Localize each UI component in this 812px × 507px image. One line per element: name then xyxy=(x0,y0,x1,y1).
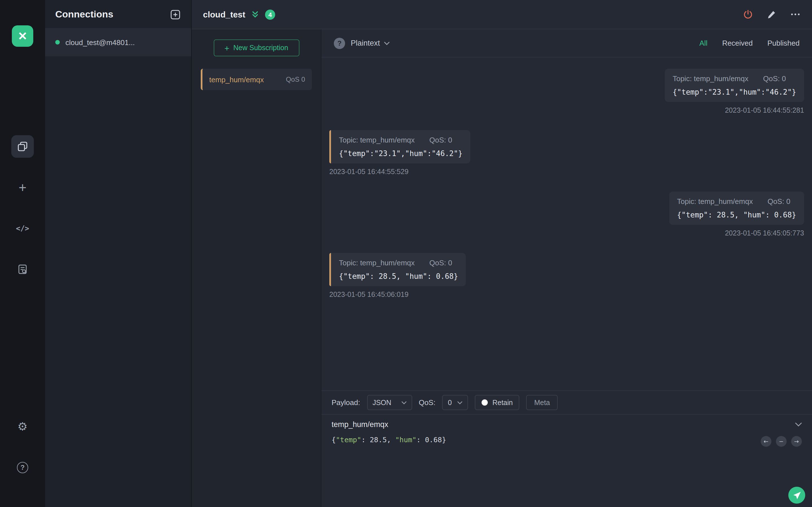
script-nav-button[interactable]: </> xyxy=(13,220,32,237)
payload-format-help-icon[interactable]: ? xyxy=(334,38,345,49)
connection-name: cloud_test@m4801... xyxy=(65,38,135,47)
connected-status-dot xyxy=(55,40,60,45)
qos-select[interactable]: 0 xyxy=(442,395,468,410)
more-options-button[interactable] xyxy=(790,9,801,20)
prev-message-button[interactable]: ← xyxy=(761,436,771,447)
message-payload: {"temp":"23.1","hum":"46.2"} xyxy=(673,88,796,96)
payload-format-value: JSON xyxy=(372,399,391,406)
connections-nav-button[interactable] xyxy=(11,135,34,158)
message-meta: Topic: temp_hum/emqx QoS: 0 xyxy=(339,259,458,267)
message-published: Topic: temp_hum/emqx QoS: 0 {"temp":"23.… xyxy=(329,69,804,114)
meta-button[interactable]: Meta xyxy=(526,395,558,410)
message-pager: ← − → xyxy=(761,436,802,447)
next-message-button[interactable]: → xyxy=(791,436,802,447)
power-icon xyxy=(743,10,753,19)
payload-token: { xyxy=(332,436,336,444)
filter-published[interactable]: Published xyxy=(767,39,800,47)
subscription-qos: QoS 0 xyxy=(286,75,305,83)
qos-label: QoS: xyxy=(419,398,435,407)
message-qos: QoS: 0 xyxy=(429,259,452,267)
filter-all[interactable]: All xyxy=(699,39,707,47)
code-icon: </> xyxy=(16,224,29,232)
connection-list-item[interactable]: cloud_test@m4801... xyxy=(45,28,191,56)
payload-token: "hum" xyxy=(395,436,416,444)
retain-toggle[interactable]: Retain xyxy=(475,395,519,410)
publish-panel: Payload: JSON QoS: 0 Retain Meta xyxy=(321,390,812,507)
plus-icon: + xyxy=(18,180,27,195)
connections-icon xyxy=(17,141,28,152)
message-format-select[interactable]: Plaintext xyxy=(351,39,390,47)
message-qos: QoS: 0 xyxy=(763,74,786,83)
message-payload: {"temp": 28.5, "hum": 0.68} xyxy=(339,272,458,281)
new-subscription-button[interactable]: + New Subscription xyxy=(213,40,299,56)
message-format-value: Plaintext xyxy=(351,39,380,47)
message-received: Topic: temp_hum/emqx QoS: 0 {"temp": 28.… xyxy=(329,253,804,298)
edit-connection-button[interactable] xyxy=(766,9,777,20)
message-bubble[interactable]: Topic: temp_hum/emqx QoS: 0 {"temp":"23.… xyxy=(665,69,804,102)
message-qos: QoS: 0 xyxy=(767,197,790,206)
topic-input[interactable]: temp_hum/emqx xyxy=(332,420,388,429)
message-filters: All Received Published xyxy=(699,39,800,47)
header-actions xyxy=(742,9,801,20)
chevron-down-icon xyxy=(457,401,462,404)
send-button[interactable] xyxy=(788,487,805,504)
double-chevron-down-icon xyxy=(251,10,259,18)
message-bubble[interactable]: Topic: temp_hum/emqx QoS: 0 {"temp":"23.… xyxy=(329,130,470,163)
icon-rail: ✕ + </> xyxy=(0,0,45,507)
settings-button[interactable]: ⚙ xyxy=(14,418,31,435)
connections-panel: Connections cloud_test@m4801... xyxy=(45,0,192,507)
message-topic: Topic: temp_hum/emqx xyxy=(677,197,753,206)
message-timestamp: 2023-01-05 16:44:55:529 xyxy=(329,168,409,176)
collapse-connection-info-button[interactable] xyxy=(251,10,259,18)
message-topic: Topic: temp_hum/emqx xyxy=(339,136,415,144)
message-meta: Topic: temp_hum/emqx QoS: 0 xyxy=(677,197,796,206)
message-payload: {"temp":"23.1","hum":"46.2"} xyxy=(339,149,462,158)
mqttx-logo: ✕ xyxy=(12,25,33,47)
message-meta: Topic: temp_hum/emqx QoS: 0 xyxy=(673,74,796,83)
help-button[interactable]: ? xyxy=(14,459,31,476)
connection-header: cloud_test 4 xyxy=(192,0,812,29)
payload-editor[interactable]: {"temp": 28.5, "hum": 0.68} xyxy=(321,434,812,446)
payload-label: Payload: xyxy=(332,398,360,407)
messages-toolbar: ? Plaintext All Received Published xyxy=(321,29,812,57)
message-timestamp: 2023-01-05 16:45:06:019 xyxy=(329,291,409,298)
retain-label: Retain xyxy=(492,399,513,406)
chevron-down-icon xyxy=(401,401,406,404)
payload-token: "temp" xyxy=(336,436,361,444)
chevron-down-icon xyxy=(795,422,802,426)
help-icon: ? xyxy=(17,462,28,473)
clear-button[interactable]: − xyxy=(776,436,786,447)
filter-received[interactable]: Received xyxy=(722,39,753,47)
collapse-editor-button[interactable] xyxy=(795,422,802,426)
mqttx-app-window: ✕ + </> xyxy=(0,0,812,507)
gear-icon: ⚙ xyxy=(17,420,28,433)
connection-title: cloud_test xyxy=(203,10,245,19)
new-connection-button[interactable]: + xyxy=(14,179,31,196)
subscription-topic: temp_hum/emqx xyxy=(209,75,282,83)
messages-area: ? Plaintext All Received Published Topic… xyxy=(321,29,812,390)
message-timestamp: 2023-01-05 16:45:05:773 xyxy=(725,229,804,237)
subscriptions-panel: + New Subscription temp_hum/emqx QoS 0 xyxy=(192,29,321,507)
connections-header: Connections xyxy=(45,0,191,28)
subscription-count-badge: 4 xyxy=(265,9,275,19)
topic-row: temp_hum/emqx xyxy=(321,414,812,434)
add-connection-button[interactable] xyxy=(170,9,181,20)
subscription-item[interactable]: temp_hum/emqx QoS 0 xyxy=(201,69,312,90)
log-icon xyxy=(17,264,28,275)
message-received: Topic: temp_hum/emqx QoS: 0 {"temp":"23.… xyxy=(329,130,804,176)
payload-token: : 0.68} xyxy=(416,436,446,444)
message-bubble[interactable]: Topic: temp_hum/emqx QoS: 0 {"temp": 28.… xyxy=(329,253,466,286)
log-nav-button[interactable] xyxy=(14,261,31,278)
message-bubble[interactable]: Topic: temp_hum/emqx QoS: 0 {"temp": 28.… xyxy=(669,191,804,225)
ellipsis-icon xyxy=(791,13,793,15)
pencil-icon xyxy=(767,10,776,19)
disconnect-button[interactable] xyxy=(742,9,753,20)
meta-label: Meta xyxy=(534,399,550,406)
publish-controls: Payload: JSON QoS: 0 Retain Meta xyxy=(321,391,812,414)
paper-plane-icon xyxy=(793,491,801,499)
payload-format-select[interactable]: JSON xyxy=(367,395,412,410)
new-subscription-label: New Subscription xyxy=(234,44,289,52)
chevron-down-icon xyxy=(384,41,390,45)
message-list[interactable]: Topic: temp_hum/emqx QoS: 0 {"temp":"23.… xyxy=(321,57,812,390)
plus-icon: + xyxy=(224,44,230,52)
